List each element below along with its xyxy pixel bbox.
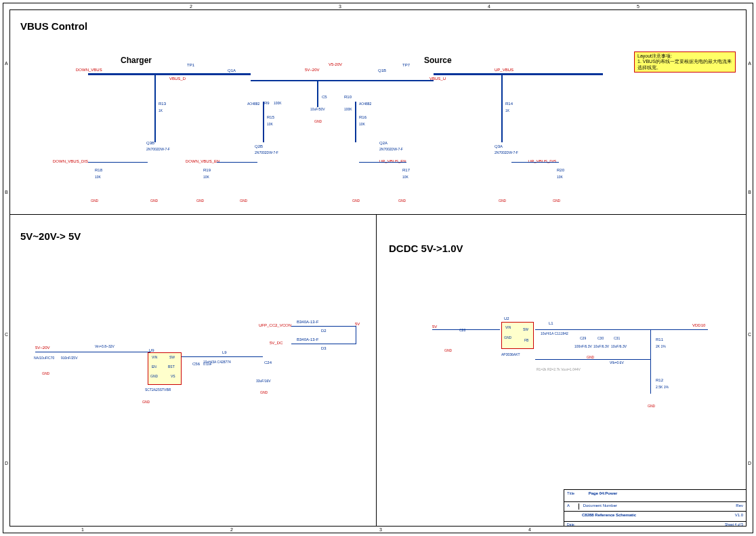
ref-r14: R14 bbox=[505, 102, 513, 106]
net-vbus-u: VBUS_U bbox=[429, 77, 446, 81]
wire-en-r bbox=[359, 162, 406, 163]
gnd-b1-1: GND bbox=[42, 371, 49, 375]
title-buck1: 5V~20V-> 5V bbox=[20, 230, 81, 242]
u9-gnd: GND bbox=[150, 374, 158, 378]
tb-total: 5 bbox=[741, 522, 743, 527]
gnd-9: GND bbox=[553, 199, 560, 203]
net-ufp-cc2-vcon: UFP_CC2_VCON bbox=[259, 323, 291, 327]
tp7: TP7 bbox=[402, 63, 410, 68]
gnd-1: GND bbox=[91, 199, 98, 203]
gnd-b2-3: GND bbox=[648, 404, 655, 408]
u2-gnd: GND bbox=[504, 335, 511, 339]
ruler-c-right: C bbox=[748, 332, 751, 337]
ref-r17: R17 bbox=[402, 168, 410, 173]
ref-q2a: Q2A bbox=[379, 141, 387, 146]
tb-title: Page 04:Power bbox=[589, 491, 618, 495]
ref-d2: D2 bbox=[321, 329, 327, 333]
u9-note: Vin=3.8~32V bbox=[95, 344, 114, 348]
gnd-b1-3: GND bbox=[260, 390, 268, 394]
ruler-5-top: 5 bbox=[637, 4, 639, 9]
ruler-2-bot: 2 bbox=[230, 527, 233, 532]
net-5v-dc: 5V_DC bbox=[270, 341, 282, 345]
tb-rev: V1.0 bbox=[735, 513, 743, 517]
wire-r14 bbox=[501, 75, 503, 142]
ref-q3b: Q3B bbox=[146, 141, 154, 146]
ruler-1-bot: 1 bbox=[81, 527, 84, 532]
wire-vin-b1 bbox=[35, 352, 150, 352]
ruler-a-right: A bbox=[748, 61, 751, 66]
val-c31: 10uF/6.3V bbox=[611, 344, 627, 348]
wire-fb-h bbox=[535, 359, 650, 360]
ref-l9: L9 bbox=[222, 350, 227, 355]
note-line2: 1. VBUS的布线一定要根据充电的最大电流来选择线宽。 bbox=[637, 59, 732, 70]
u2-fb: FB bbox=[524, 338, 528, 342]
ref-c31: C31 bbox=[614, 337, 620, 341]
ref-r18: R18 bbox=[95, 168, 102, 173]
ruler-a-left: A bbox=[5, 61, 8, 66]
sheet-inner-border bbox=[9, 9, 747, 527]
val-r11: 2K 1% bbox=[656, 344, 666, 348]
divider-vertical bbox=[376, 214, 377, 527]
wire-vbus-d bbox=[176, 73, 251, 75]
u2-part: AP3036AKT bbox=[501, 352, 520, 356]
net-v5-20v-b: V5-20V bbox=[329, 62, 342, 66]
net-vdd10: VDD10 bbox=[692, 323, 705, 327]
ref-u2: U2 bbox=[504, 316, 509, 321]
divider-horizontal bbox=[9, 214, 747, 215]
d2-part: B340A-13-F bbox=[297, 320, 318, 325]
gnd-b1-2: GND bbox=[142, 400, 150, 404]
buck2-note2: Vfb=0.6V bbox=[610, 360, 624, 365]
tb-sheet: 4 bbox=[734, 522, 736, 527]
ref-q1a: Q1A bbox=[228, 68, 236, 73]
net-5v20v-a: 5V~20V bbox=[305, 68, 320, 72]
val-r17: 10K bbox=[402, 175, 408, 179]
ruler-b-left: B bbox=[5, 190, 8, 194]
u9-part: SCT2A25STVBR bbox=[145, 388, 171, 392]
ref-q3a: Q3A bbox=[495, 144, 503, 149]
val-r19: 10K bbox=[203, 175, 209, 179]
val-r9: 100K bbox=[274, 101, 282, 105]
title-buck2: DCDC 5V->1.0V bbox=[389, 243, 463, 254]
val-r15: 10K bbox=[267, 122, 273, 126]
wire-5vdc bbox=[291, 344, 356, 344]
ref-c56: C56 bbox=[192, 362, 200, 367]
val-c54: 910nF/25V bbox=[61, 356, 77, 360]
ref-c28: C28 bbox=[459, 329, 465, 333]
ref-c24: C24 bbox=[264, 360, 272, 365]
ruler-2-top: 2 bbox=[190, 4, 192, 9]
ref-r9: R9 bbox=[264, 101, 270, 106]
u9-vs: VS bbox=[171, 374, 175, 378]
tb-sheet-label: Sheet bbox=[725, 522, 734, 527]
layout-note: Layout注意事项: 1. VBUS的布线一定要根据充电的最大电流来选择线宽。 bbox=[634, 51, 736, 73]
gnd-b2-2: GND bbox=[587, 355, 594, 359]
gnd-6: GND bbox=[352, 199, 360, 203]
wire-r16 bbox=[355, 102, 356, 142]
tp1: TP1 bbox=[187, 63, 194, 68]
wire-dis-l bbox=[88, 162, 148, 163]
ref-q1b: Q1B bbox=[378, 68, 386, 73]
ref-d3: D3 bbox=[321, 346, 327, 351]
wire-vdd10 bbox=[535, 329, 708, 330]
val-r12: 2.5K 1% bbox=[656, 385, 669, 389]
ruler-4-bot: 4 bbox=[528, 527, 531, 532]
val-r14: 1K bbox=[505, 108, 509, 112]
ref-c30: C30 bbox=[597, 337, 604, 341]
ruler-3-bot: 3 bbox=[379, 527, 382, 532]
net-vbus-d: VBUS_D bbox=[169, 77, 186, 81]
wire-en-l bbox=[217, 162, 257, 163]
val-ao4882b: AO4882 bbox=[359, 102, 371, 106]
tb-size-label: A bbox=[567, 503, 579, 510]
val-ao4882a: AO4882 bbox=[247, 102, 259, 106]
val-q2b: 2N7002DW-7-F bbox=[255, 150, 278, 154]
val-r16: 10K bbox=[359, 122, 365, 126]
gnd-7: GND bbox=[398, 199, 406, 203]
wire-r13 bbox=[154, 75, 156, 142]
ruler-4-top: 4 bbox=[488, 4, 490, 9]
buck2-note1: R1=2k R2=2.7k Vout=1.044V bbox=[537, 367, 581, 371]
wire-down-vbus bbox=[88, 73, 176, 75]
wire-5v-in bbox=[432, 329, 500, 330]
val-r10: 100K bbox=[344, 107, 352, 111]
val-r20: 10K bbox=[557, 175, 563, 179]
note-line1: Layout注意事项: bbox=[637, 54, 732, 59]
val-c24: 33uF/16V bbox=[256, 379, 271, 383]
